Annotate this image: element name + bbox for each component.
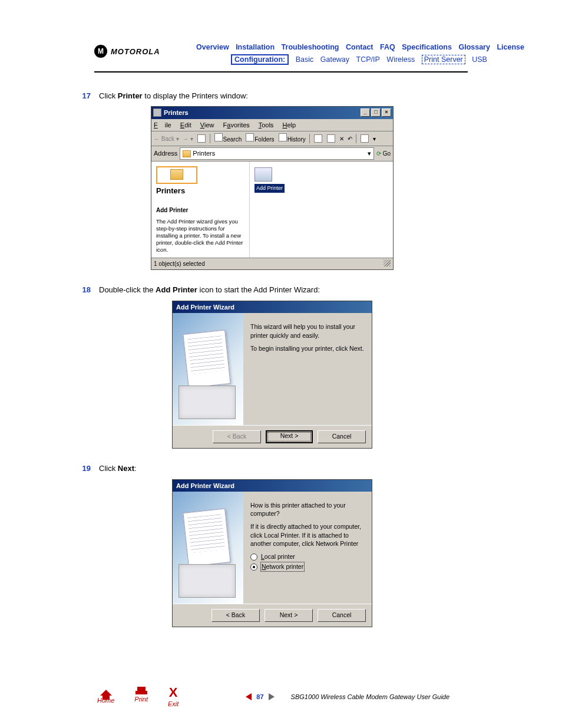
moveto-icon[interactable] (314, 134, 322, 143)
header-divider (94, 71, 468, 73)
nav-installation[interactable]: Installation (236, 43, 275, 51)
next-button[interactable]: Next > (266, 430, 313, 443)
left-pane-subtitle: Add Printer (156, 206, 244, 215)
next-page-icon[interactable] (269, 693, 275, 700)
step-17: 17 Click Printer to display the Printers… (77, 90, 468, 102)
left-pane: Printers Add Printer The Add Printer wiz… (151, 162, 250, 258)
nav-tcpip[interactable]: TCP/IP (356, 55, 380, 64)
up-icon[interactable] (197, 134, 206, 143)
radio-network-printer[interactable]: Network printer (250, 562, 365, 571)
wizard-desc: If it is directly attached to your compu… (250, 522, 365, 548)
nav-usb[interactable]: USB (472, 55, 487, 64)
step-19: 19 Click Next: (77, 463, 468, 475)
toolbar: ← Back ▾ → ▾ Search Folders History ✕ ↶ … (151, 131, 393, 146)
wizard-text-2: To begin installing your printer, click … (250, 344, 365, 353)
step-number: 19 (77, 463, 91, 475)
printers-window: Printers _ □ × File Edit View Favorites … (151, 106, 394, 270)
delete-icon[interactable]: ✕ (339, 134, 344, 143)
address-label: Address (154, 149, 177, 159)
address-input[interactable]: Printers ▾ (180, 147, 373, 160)
nav-troubleshooting[interactable]: Troubleshooting (282, 43, 339, 51)
window-icon (153, 108, 161, 117)
step-18: 18 Double-click the Add Printer icon to … (77, 284, 468, 296)
forward-button[interactable]: → ▾ (183, 134, 193, 143)
add-printer-wizard-2: Add Printer Wizard How is this printer a… (172, 479, 372, 627)
nav-overview[interactable]: Overview (196, 43, 229, 51)
back-button: < Back (213, 430, 261, 443)
menu-tools[interactable]: Tools (259, 121, 274, 129)
nav-contact[interactable]: Contact (346, 43, 373, 51)
menu-edit[interactable]: Edit (180, 121, 191, 129)
dropdown-icon[interactable]: ▾ (368, 149, 371, 159)
views-icon[interactable] (361, 134, 369, 143)
left-pane-header-icon (156, 166, 197, 184)
page-number: 87 (256, 693, 263, 700)
top-nav: Overview Installation Troubleshooting Co… (194, 41, 527, 67)
resize-grip[interactable] (384, 259, 391, 266)
add-printer-wizard-1: Add Printer Wizard This wizard will help… (172, 301, 372, 449)
nav-faq[interactable]: FAQ (380, 43, 395, 51)
printers-folder-icon (170, 169, 183, 180)
menu-help[interactable]: Help (282, 121, 296, 129)
wizard-title: Add Printer Wizard (173, 301, 372, 314)
wizard-text-1: This wizard will help you to install you… (250, 322, 365, 339)
address-bar: Address Printers ▾ ⟳Go (151, 146, 393, 162)
wizard-question: How is this printer attached to your com… (250, 501, 365, 518)
home-button[interactable]: Home (97, 690, 114, 704)
window-title: Printers (164, 108, 189, 118)
maximize-button[interactable]: □ (371, 108, 381, 117)
left-pane-desc: The Add Printer wizard gives you step-by… (156, 218, 244, 253)
folders-button[interactable]: Folders (245, 133, 274, 144)
minimize-button[interactable]: _ (361, 108, 370, 117)
home-icon (100, 690, 112, 696)
status-bar: 1 object(s) selected (151, 258, 393, 269)
pager: 87 (246, 693, 274, 700)
motorola-logo: M MOTOROLA (94, 45, 160, 58)
window-titlebar: Printers _ □ × (151, 107, 393, 119)
content-pane: Add Printer (250, 162, 393, 258)
nav-license[interactable]: License (497, 43, 524, 51)
left-pane-title: Printers (156, 185, 244, 197)
radio-icon (250, 554, 257, 561)
history-button[interactable]: History (278, 133, 306, 144)
radio-icon (250, 564, 257, 571)
exit-button[interactable]: X Exit (168, 686, 178, 707)
exit-icon: X (168, 686, 178, 699)
step-number: 18 (77, 284, 91, 296)
go-button[interactable]: ⟳Go (376, 149, 391, 158)
nav-glossary[interactable]: Glossary (458, 43, 490, 51)
menu-bar: File Edit View Favorites Tools Help (151, 119, 393, 132)
print-button[interactable]: Print (134, 691, 148, 703)
wizard-image (173, 492, 243, 604)
prev-page-icon[interactable] (246, 693, 252, 700)
copyto-icon[interactable] (327, 134, 335, 143)
menu-file[interactable]: File (154, 121, 171, 129)
radio-local-printer[interactable]: Local printer (250, 552, 365, 561)
guide-title: SBG1000 Wireless Cable Modem Gateway Use… (291, 693, 450, 700)
nav-specifications[interactable]: Specifications (402, 43, 452, 51)
back-button[interactable]: < Back (211, 609, 260, 622)
undo-icon[interactable]: ↶ (348, 134, 352, 143)
nav-wireless[interactable]: Wireless (386, 55, 415, 64)
next-button[interactable]: Next > (265, 609, 313, 622)
wizard-image (173, 313, 243, 425)
print-icon (135, 691, 147, 694)
nav-print-server[interactable]: Print Server (422, 55, 465, 64)
back-button[interactable]: ← Back ▾ (154, 134, 179, 143)
menu-view[interactable]: View (200, 121, 214, 129)
cancel-button[interactable]: Cancel (318, 609, 366, 622)
add-printer-icon (254, 167, 272, 182)
menu-favorites[interactable]: Favorites (223, 121, 250, 129)
close-button[interactable]: × (382, 108, 391, 117)
add-printer-label: Add Printer (254, 184, 285, 193)
search-button[interactable]: Search (214, 133, 242, 144)
folder-icon (183, 150, 191, 157)
nav-config-label: Configuration: (231, 54, 289, 65)
nav-basic[interactable]: Basic (296, 55, 314, 64)
status-text: 1 object(s) selected (154, 259, 205, 268)
step-number: 17 (77, 90, 91, 102)
cancel-button[interactable]: Cancel (318, 430, 366, 443)
add-printer-item[interactable]: Add Printer (254, 167, 285, 193)
logo-icon: M (94, 45, 107, 58)
nav-gateway[interactable]: Gateway (320, 55, 349, 64)
